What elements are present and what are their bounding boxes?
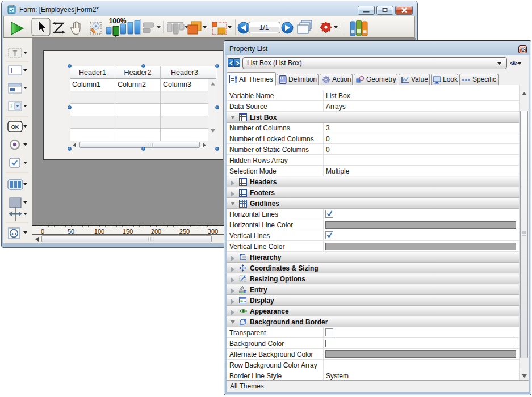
svg-text:#: # [244,289,246,293]
svg-text:T: T [13,49,18,57]
svg-text:I: I [10,103,12,109]
svg-text:OK: OK [11,124,19,130]
svg-text:100%: 100% [109,17,127,25]
svg-text:1/1: 1/1 [259,24,269,32]
svg-text:I: I [11,67,12,74]
